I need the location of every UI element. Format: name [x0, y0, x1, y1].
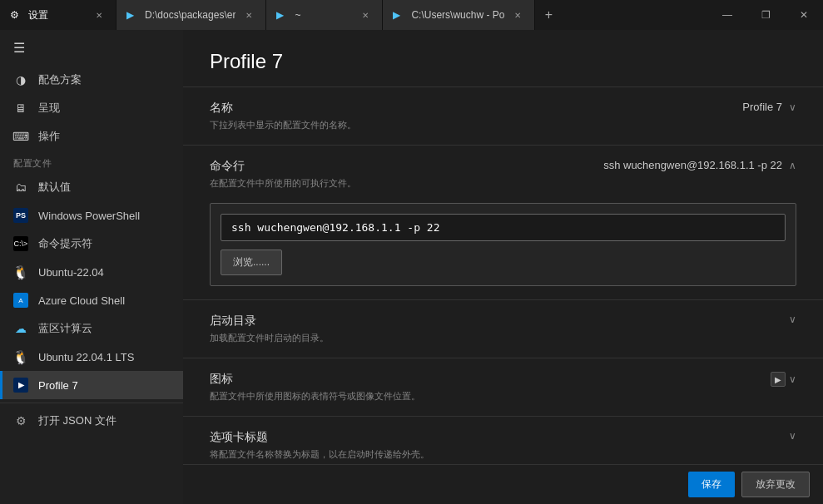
open-json-icon: ⚙ — [13, 413, 28, 428]
main-layout: ☰ ◑ 配色方案 🖥 呈现 ⌨ 操作 配置文件 🗂 默认值 PS Windows… — [0, 30, 823, 504]
section-command-value: ssh wuchengwen@192.168.1.1 -p 22 ∧ — [603, 159, 796, 171]
section-icon-desc: 配置文件中所使用图标的表情符号或图像文件位置。 — [210, 390, 757, 403]
new-tab-button[interactable]: + — [535, 0, 562, 30]
section-icon: 图标 配置文件中所使用图标的表情符号或图像文件位置。 ▶ ∨ — [183, 358, 823, 416]
minimize-button[interactable]: — — [708, 0, 746, 30]
home-tab-icon: ▶ — [276, 9, 288, 21]
tab-users-close[interactable]: ✕ — [511, 8, 524, 22]
sidebar-item-bluecloud[interactable]: ☁ 蓝区计算云 — [0, 314, 183, 343]
command-input[interactable] — [221, 214, 786, 241]
section-startup-dir-header[interactable]: 启动目录 加载配置文件时启动的目录。 ∨ — [210, 300, 796, 358]
profiles-section-label: 配置文件 — [0, 151, 183, 173]
section-name-desc: 下拉列表中显示的配置文件的名称。 — [210, 119, 729, 131]
section-icon-title-block: 图标 配置文件中所使用图标的表情符号或图像文件位置。 — [210, 372, 757, 403]
sidebar-item-appearance[interactable]: 🖥 呈现 — [0, 94, 183, 122]
section-command-chevron: ∧ — [789, 160, 796, 171]
section-name-current: Profile 7 — [742, 101, 782, 113]
section-startup-dir-title: 启动目录 — [210, 314, 776, 329]
sidebar-item-cmd[interactable]: C:\> 命令提示符 — [0, 230, 183, 258]
azure-icon: A — [13, 293, 28, 308]
sidebar-item-defaults-label: 默认值 — [38, 180, 71, 195]
actions-icon: ⌨ — [13, 129, 28, 144]
settings-tab-icon: ⚙ — [10, 9, 22, 21]
powershell-icon: PS — [13, 208, 28, 223]
tab-home-label: ~ — [295, 9, 352, 21]
sidebar-item-actions-label: 操作 — [38, 129, 60, 144]
section-command-title: 命令行 — [210, 159, 590, 174]
sidebar-item-cmd-label: 命令提示符 — [38, 236, 92, 251]
sidebar-item-defaults[interactable]: 🗂 默认值 — [0, 173, 183, 201]
section-command-desc: 在配置文件中所使用的可执行文件。 — [210, 177, 590, 190]
content-header: Profile 7 — [183, 30, 823, 86]
section-command-current: ssh wuchengwen@192.168.1.1 -p 22 — [603, 159, 782, 171]
tab-settings-close[interactable]: ✕ — [92, 8, 106, 22]
section-name-chevron: ∨ — [789, 101, 796, 113]
section-icon-title: 图标 — [210, 372, 757, 387]
close-button[interactable]: ✕ — [785, 0, 823, 30]
section-startup-dir-chevron: ∨ — [789, 314, 796, 325]
content-area: Profile 7 名称 下拉列表中显示的配置文件的名称。 Profile 7 … — [183, 30, 823, 504]
section-name-title-block: 名称 下拉列表中显示的配置文件的名称。 — [210, 101, 729, 131]
section-command-header[interactable]: 命令行 在配置文件中所使用的可执行文件。 ssh wuchengwen@192.… — [210, 146, 796, 203]
section-startup-dir-title-block: 启动目录 加载配置文件时启动的目录。 — [210, 314, 776, 344]
sidebar-item-ubuntu-lts[interactable]: 🐧 Ubuntu 22.04.1 LTS — [0, 343, 183, 371]
command-expanded-panel: 浏览...... — [210, 203, 796, 286]
section-icon-header[interactable]: 图标 配置文件中所使用图标的表情符号或图像文件位置。 ▶ ∨ — [210, 358, 796, 416]
section-name-title: 名称 — [210, 101, 729, 116]
sidebar-item-profile7-label: Profile 7 — [38, 379, 78, 392]
defaults-icon: 🗂 — [13, 180, 28, 195]
discard-button[interactable]: 放弃更改 — [741, 472, 810, 497]
sidebar-item-ubuntu2204[interactable]: 🐧 Ubuntu-22.04 — [0, 258, 183, 286]
section-startup-dir-value: ∨ — [789, 314, 796, 325]
sidebar-item-powershell[interactable]: PS Windows PowerShell — [0, 201, 183, 230]
tab-users[interactable]: ▶ C:\Users\wuchw - Po ✕ — [383, 0, 535, 30]
maximize-button[interactable]: ❐ — [746, 0, 785, 30]
section-startup-dir: 启动目录 加载配置文件时启动的目录。 ∨ — [183, 299, 823, 358]
tab-docs-close[interactable]: ✕ — [242, 8, 255, 22]
sidebar-item-azure[interactable]: A Azure Cloud Shell — [0, 286, 183, 314]
tab-home-close[interactable]: ✕ — [359, 8, 372, 22]
tab-settings-label: 设置 — [28, 8, 86, 22]
section-tab-title-title: 选项卡标题 — [210, 430, 776, 445]
save-button[interactable]: 保存 — [688, 472, 735, 497]
cmd-icon: C:\> — [13, 236, 28, 251]
section-icon-chevron: ∨ — [789, 373, 796, 385]
section-name-value: Profile 7 ∨ — [742, 101, 796, 113]
section-tab-title-block: 选项卡标题 将配置文件名称替换为标题，以在启动时传递给外壳。 — [210, 430, 776, 461]
sidebar-item-appearance-label: 呈现 — [38, 101, 60, 116]
icon-preview: ▶ — [771, 372, 786, 387]
sidebar-item-actions[interactable]: ⌨ 操作 — [0, 122, 183, 151]
tab-settings[interactable]: ⚙ 设置 ✕ — [0, 0, 117, 30]
section-tab-title-value: ∨ — [789, 430, 796, 442]
section-tab-title-chevron: ∨ — [789, 430, 796, 442]
tab-users-label: C:\Users\wuchw - Po — [411, 9, 504, 21]
bluecloud-icon: ☁ — [13, 321, 28, 336]
sidebar-item-profile7[interactable]: ▶ Profile 7 — [0, 371, 183, 399]
sidebar-item-ubuntu-lts-label: Ubuntu 22.04.1 LTS — [38, 351, 134, 363]
section-command: 命令行 在配置文件中所使用的可执行文件。 ssh wuchengwen@192.… — [183, 145, 823, 286]
browse-button[interactable]: 浏览...... — [221, 250, 282, 275]
sidebar-item-distribution[interactable]: ◑ 配色方案 — [0, 66, 183, 94]
docs-tab-icon: ▶ — [126, 9, 138, 21]
sidebar-item-open-json[interactable]: ⚙ 打开 JSON 文件 — [0, 407, 183, 435]
bottom-bar: 保存 放弃更改 — [183, 464, 823, 504]
section-name-header[interactable]: 名称 下拉列表中显示的配置文件的名称。 Profile 7 ∨ — [210, 87, 796, 145]
sidebar-item-open-json-label: 打开 JSON 文件 — [38, 413, 117, 428]
appearance-icon: 🖥 — [13, 101, 28, 116]
distribution-icon: ◑ — [13, 72, 28, 87]
section-command-title-block: 命令行 在配置文件中所使用的可执行文件。 — [210, 159, 590, 190]
sidebar-divider — [0, 403, 183, 403]
sidebar: ☰ ◑ 配色方案 🖥 呈现 ⌨ 操作 配置文件 🗂 默认值 PS Windows… — [0, 30, 183, 504]
users-tab-icon: ▶ — [393, 9, 404, 21]
ubuntu-lts-icon: 🐧 — [13, 349, 28, 364]
hamburger-menu[interactable]: ☰ — [0, 30, 183, 66]
tab-docs-label: D:\docs\packages\er — [145, 9, 235, 21]
profile7-icon: ▶ — [13, 378, 28, 393]
ubuntu2204-icon: 🐧 — [13, 264, 28, 279]
tab-docs[interactable]: ▶ D:\docs\packages\er ✕ — [117, 0, 266, 30]
sidebar-item-powershell-label: Windows PowerShell — [38, 210, 140, 222]
sidebar-item-azure-label: Azure Cloud Shell — [38, 294, 125, 307]
sidebar-item-ubuntu2204-label: Ubuntu-22.04 — [38, 266, 104, 279]
tab-home[interactable]: ▶ ~ ✕ — [266, 0, 383, 30]
sidebar-item-distribution-label: 配色方案 — [38, 72, 82, 87]
